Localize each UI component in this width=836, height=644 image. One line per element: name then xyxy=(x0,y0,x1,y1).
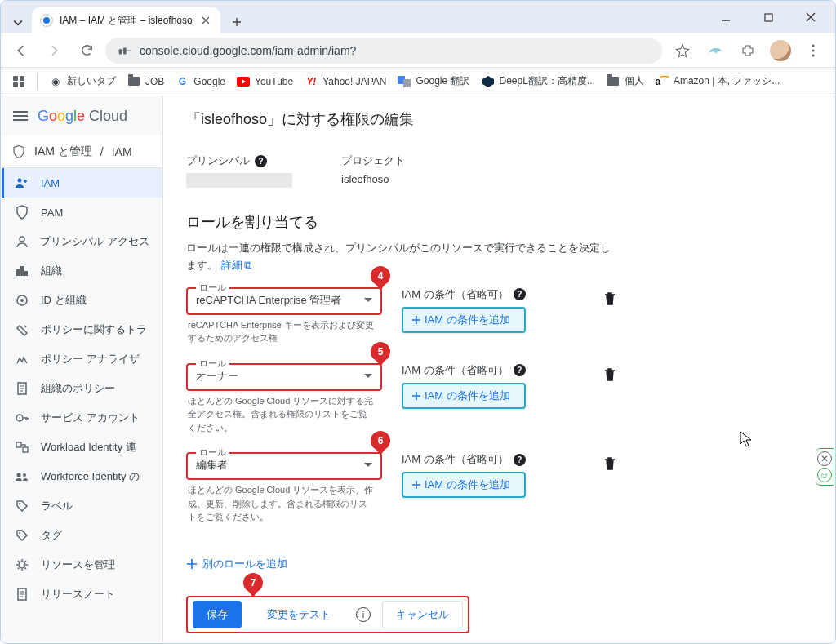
sidebar-item[interactable]: Workforce Identity の xyxy=(2,462,162,491)
delete-role-button[interactable] xyxy=(604,457,616,473)
external-link-icon: ⧉ xyxy=(244,257,251,274)
bookmark-item[interactable]: YouTube xyxy=(237,75,293,88)
delete-role-button[interactable] xyxy=(604,292,616,308)
tab-dropdown-button[interactable] xyxy=(7,12,29,33)
apps-grid-icon[interactable] xyxy=(12,75,25,88)
bookmark-item[interactable]: Y!Yahoo! JAPAN xyxy=(305,75,386,88)
google-cloud-logo[interactable]: Google Cloud xyxy=(38,108,127,125)
folder-icon xyxy=(127,75,140,88)
sidebar-item-icon xyxy=(15,382,29,395)
plus-icon xyxy=(186,558,198,570)
main-content: 「isleofhoso」に対する権限の編集 プリンシパル? プロジェクト isl… xyxy=(163,96,834,642)
cancel-button[interactable]: キャンセル xyxy=(382,601,463,628)
window-minimize-button[interactable] xyxy=(711,5,740,29)
bookmark-item[interactable]: 個人 xyxy=(607,74,644,88)
add-role-button[interactable]: 別のロールを追加 xyxy=(186,557,287,571)
details-link[interactable]: 詳細⧉ xyxy=(221,259,251,271)
sidebar-item[interactable]: プリンシパル アクセス xyxy=(2,227,162,256)
bookmark-star-button[interactable] xyxy=(672,40,693,61)
project-label: プロジェクト xyxy=(341,153,405,168)
back-button[interactable] xyxy=(7,37,35,64)
svg-point-24 xyxy=(19,562,25,568)
google-translate-icon xyxy=(398,75,411,88)
info-icon[interactable]: i xyxy=(356,607,371,622)
sidebar-item-label: サービス アカウント xyxy=(41,411,140,425)
plus-icon xyxy=(411,315,421,325)
role-description: reCAPTCHA Enterprise キーを表示および変更するためのアクセス… xyxy=(188,318,376,345)
delete-role-button[interactable] xyxy=(604,368,616,384)
principal-value-redacted xyxy=(186,173,292,188)
new-tab-button[interactable] xyxy=(225,11,248,33)
forward-button[interactable] xyxy=(40,37,68,64)
reload-button[interactable] xyxy=(73,37,100,64)
sidebar-item[interactable]: ポリシーに関するトラ xyxy=(2,315,162,344)
add-condition-button[interactable]: IAM の条件を追加 xyxy=(402,472,526,498)
role-value: 編集者 xyxy=(196,459,228,471)
window-maximize-button[interactable] xyxy=(754,5,783,29)
cursor-icon xyxy=(740,431,753,447)
profile-avatar-button[interactable] xyxy=(770,40,791,61)
sidebar-item[interactable]: ポリシー アナライザ xyxy=(2,344,162,374)
annotation-callout: 7 xyxy=(243,573,263,593)
product-breadcrumb[interactable]: IAM と管理 / IAM xyxy=(2,135,162,168)
role-value: オーナー xyxy=(196,370,238,382)
svg-point-9 xyxy=(18,179,22,183)
sidebar-item-label: リソースを管理 xyxy=(41,557,115,572)
annotation-callout: 6 xyxy=(371,431,390,451)
role-select[interactable]: ロール 編集者 xyxy=(186,452,382,480)
sidebar-item[interactable]: ID と組織 xyxy=(2,286,162,315)
sidebar-item[interactable]: 組織のポリシー xyxy=(2,374,162,403)
help-icon[interactable]: ? xyxy=(255,155,267,167)
role-field-label: ロール xyxy=(196,282,229,294)
svg-point-3 xyxy=(812,44,814,47)
sidebar-item-icon xyxy=(15,588,29,601)
add-condition-button[interactable]: IAM の条件を追加 xyxy=(402,307,526,333)
chrome-menu-button[interactable] xyxy=(803,40,824,61)
bookmark-item[interactable]: Google 翻訳 xyxy=(398,74,469,88)
sidebar-item[interactable]: タグ xyxy=(2,521,162,550)
bookmark-item[interactable]: DeepL翻訳：高精度... xyxy=(482,74,595,88)
floating-support-widget[interactable]: ✕ ☺ xyxy=(816,448,834,486)
save-button[interactable]: 保存 xyxy=(193,601,242,628)
bookmark-item[interactable]: JOB xyxy=(127,75,164,88)
svg-point-23 xyxy=(19,532,20,534)
bookmark-item[interactable]: GGoogle xyxy=(176,75,225,88)
svg-rect-8 xyxy=(403,79,411,87)
sidebar-item-icon xyxy=(15,442,29,453)
help-icon[interactable]: ? xyxy=(514,288,526,300)
extensions-button[interactable] xyxy=(737,40,758,61)
sidebar-item[interactable]: PAM xyxy=(2,198,162,227)
sidebar-item[interactable]: 組織 xyxy=(2,256,162,286)
browser-address-bar: console.cloud.google.com/iam-admin/iam? xyxy=(1,33,835,68)
bookmark-item[interactable]: ◉新しいタブ xyxy=(49,74,116,88)
add-condition-button[interactable]: IAM の条件を追加 xyxy=(402,383,526,409)
browser-tab-active[interactable]: IAM – IAM と管理 – isleofhoso xyxy=(32,7,220,33)
extension-dolphin-icon[interactable] xyxy=(705,40,726,61)
help-icon[interactable]: ? xyxy=(514,454,526,466)
url-field[interactable]: console.cloud.google.com/iam-admin/iam? xyxy=(105,38,662,64)
role-select[interactable]: ロール オーナー xyxy=(186,363,382,391)
svg-rect-12 xyxy=(20,266,24,276)
svg-point-15 xyxy=(20,299,24,302)
sidebar-item[interactable]: Workload Identity 連 xyxy=(2,433,162,462)
close-tab-button[interactable] xyxy=(199,14,212,27)
role-select[interactable]: ロール reCAPTCHA Enterprise 管理者 xyxy=(186,287,382,315)
hamburger-menu-button[interactable] xyxy=(13,111,28,121)
sidebar-item[interactable]: IAM xyxy=(2,168,162,198)
svg-rect-18 xyxy=(16,442,21,447)
sidebar-item-label: プリンシパル アクセス xyxy=(40,234,149,249)
sidebar-item[interactable]: リソースを管理 xyxy=(2,550,162,580)
sidebar-item[interactable]: サービス アカウント xyxy=(2,403,162,433)
sidebar-item[interactable]: ラベル xyxy=(2,491,162,521)
assign-role-desc: ロールは一連の権限で構成され、プリンシパルがこのリソースで実行できることを決定し… xyxy=(186,240,611,274)
sidebar-item-icon xyxy=(15,529,29,542)
sidebar-item-label: ポリシーに関するトラ xyxy=(41,322,147,337)
test-changes-button[interactable]: 変更をテスト xyxy=(253,601,345,628)
bookmark-item[interactable]: a⁀Amazon | 本, ファッシ... xyxy=(656,74,780,88)
bookmarks-bar: ◉新しいタブ JOB GGoogle YouTube Y!Yahoo! JAPA… xyxy=(1,68,835,95)
help-icon[interactable]: ? xyxy=(514,364,526,376)
sidebar-item[interactable]: リリースノート xyxy=(2,580,162,609)
window-close-button[interactable] xyxy=(796,5,825,29)
sidebar-item-icon xyxy=(15,205,29,220)
sidebar-item-icon xyxy=(15,177,29,189)
